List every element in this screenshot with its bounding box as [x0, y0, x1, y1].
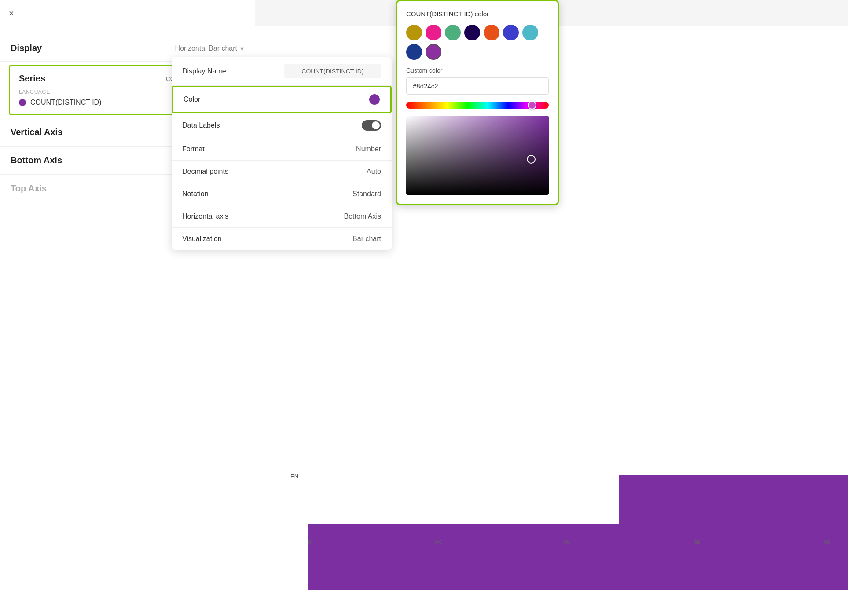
x-axis-line [308, 528, 848, 528]
data-labels-toggle[interactable] [362, 120, 381, 131]
display-name-label: Display Name [182, 67, 226, 75]
swatch-teal[interactable] [522, 25, 538, 40]
sidebar-header: × [0, 0, 255, 26]
data-labels-row: Data Labels [172, 113, 392, 138]
decimal-points-row: Decimal points Auto [172, 161, 392, 183]
decimal-points-value: Auto [367, 168, 381, 176]
color-dot[interactable] [369, 94, 380, 105]
close-button[interactable]: × [9, 9, 14, 18]
hue-slider-container[interactable] [406, 102, 549, 109]
en-label: EN [290, 473, 298, 480]
swatch-dark-blue[interactable] [406, 44, 422, 60]
decimal-points-label: Decimal points [182, 168, 228, 176]
data-labels-label: Data Labels [182, 121, 220, 129]
series-title: Series [19, 73, 45, 84]
swatch-pink[interactable] [426, 25, 441, 40]
display-name-row: Display Name [172, 57, 392, 86]
x-label-2k: 2K [564, 539, 571, 546]
vertical-axis-label: Vertical Axis [11, 127, 62, 137]
color-label: Color [184, 95, 200, 103]
color-row: Color [172, 86, 392, 113]
notation-value: Standard [352, 190, 381, 198]
x-label-0: 0 [308, 539, 311, 546]
x-axis-labels: 0 1K 2K 3K 4K [308, 539, 830, 546]
series-settings-panel: Display Name Color Data Labels Format Nu… [172, 57, 392, 250]
horizontal-axis-label: Horizontal axis [182, 213, 228, 220]
color-swatches [406, 25, 549, 60]
bottom-axis-label: Bottom Axis [11, 155, 62, 165]
custom-color-input[interactable] [406, 77, 549, 95]
swatch-purple-selected[interactable] [426, 44, 441, 60]
display-row: Display Horizontal Bar chart ∨ [11, 43, 244, 53]
x-label-1k: 1K [434, 539, 441, 546]
display-label: Display [11, 43, 42, 53]
swatch-blue[interactable] [503, 25, 519, 40]
notation-row: Notation Standard [172, 183, 392, 205]
visualization-label: Visualization [182, 235, 222, 243]
horizontal-axis-row: Horizontal axis Bottom Axis [172, 205, 392, 228]
swatch-dark-purple[interactable] [464, 25, 480, 40]
display-chevron: ∨ [240, 45, 244, 52]
visualization-row: Visualization Bar chart [172, 228, 392, 250]
format-label: Format [182, 145, 205, 153]
swatch-green[interactable] [445, 25, 461, 40]
notation-label: Notation [182, 190, 209, 198]
chart-bar-1 [619, 475, 848, 528]
display-value-group[interactable]: Horizontal Bar chart ∨ [175, 44, 244, 52]
color-gradient[interactable] [406, 116, 549, 195]
custom-color-label: Custom color [406, 67, 549, 74]
hue-slider-thumb[interactable] [528, 101, 536, 110]
horizontal-axis-value: Bottom Axis [344, 213, 381, 220]
swatch-gold[interactable] [406, 25, 422, 40]
display-name-input[interactable] [284, 64, 381, 78]
gradient-thumb[interactable] [527, 155, 536, 164]
series-dot [19, 99, 26, 106]
swatch-orange[interactable] [484, 25, 499, 40]
picker-title: COUNT(DISTINCT ID) color [406, 10, 549, 18]
format-row: Format Number [172, 138, 392, 161]
chart-bar-2 [308, 524, 848, 590]
color-picker-panel: COUNT(DISTINCT ID) color Custom color [396, 0, 559, 205]
x-label-4k: 4K [823, 539, 830, 546]
x-label-3k: 3K [694, 539, 701, 546]
format-value: Number [356, 145, 381, 153]
top-axis-label: Top Axis [11, 183, 47, 194]
visualization-value: Bar chart [352, 235, 381, 243]
display-value: Horizontal Bar chart [175, 44, 237, 52]
